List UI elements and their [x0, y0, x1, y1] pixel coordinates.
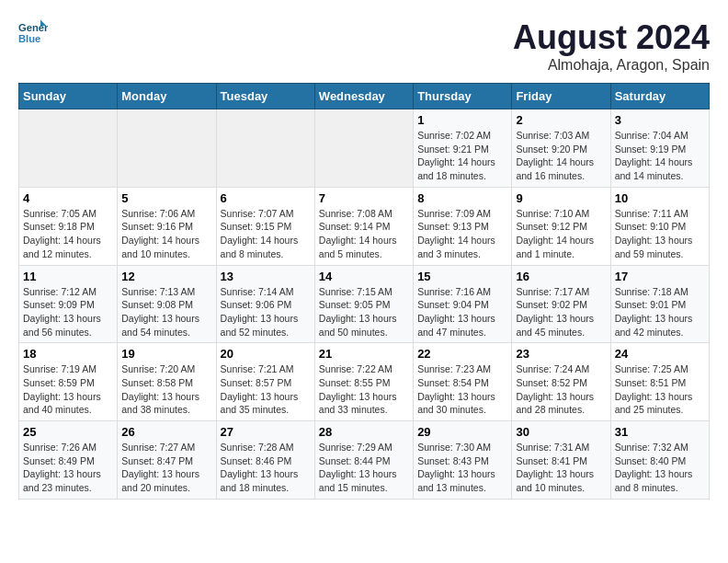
day-info: Sunrise: 7:10 AM Sunset: 9:12 PM Dayligh…: [516, 207, 606, 261]
logo: General Blue: [18, 18, 48, 48]
day-number: 7: [319, 191, 409, 205]
calendar-cell: 9Sunrise: 7:10 AM Sunset: 9:12 PM Daylig…: [512, 187, 610, 265]
day-info: Sunrise: 7:23 AM Sunset: 8:54 PM Dayligh…: [417, 362, 507, 417]
calendar-cell: [118, 109, 216, 188]
day-number: 12: [121, 270, 211, 283]
calendar-cell: 6Sunrise: 7:07 AM Sunset: 9:15 PM Daylig…: [216, 187, 314, 265]
calendar-cell: 16Sunrise: 7:17 AM Sunset: 9:02 PM Dayli…: [512, 265, 610, 343]
calendar-cell: 27Sunrise: 7:28 AM Sunset: 8:46 PM Dayli…: [216, 421, 314, 500]
calendar-week-row: 4Sunrise: 7:05 AM Sunset: 9:18 PM Daylig…: [19, 187, 710, 265]
calendar-week-row: 1Sunrise: 7:02 AM Sunset: 9:21 PM Daylig…: [19, 109, 710, 188]
day-info: Sunrise: 7:17 AM Sunset: 9:02 PM Dayligh…: [516, 285, 606, 339]
calendar-cell: 25Sunrise: 7:26 AM Sunset: 8:49 PM Dayli…: [19, 421, 118, 500]
day-number: 8: [417, 191, 507, 205]
calendar-cell: 30Sunrise: 7:31 AM Sunset: 8:41 PM Dayli…: [512, 421, 610, 500]
day-info: Sunrise: 7:12 AM Sunset: 9:09 PM Dayligh…: [23, 285, 113, 339]
day-number: 18: [23, 347, 113, 361]
day-info: Sunrise: 7:08 AM Sunset: 9:14 PM Dayligh…: [319, 207, 409, 261]
weekday-header-tuesday: Tuesday: [216, 84, 314, 109]
day-number: 14: [319, 270, 409, 283]
day-info: Sunrise: 7:26 AM Sunset: 8:49 PM Dayligh…: [23, 441, 113, 495]
day-number: 17: [615, 270, 705, 283]
calendar-cell: 24Sunrise: 7:25 AM Sunset: 8:51 PM Dayli…: [610, 343, 709, 421]
day-info: Sunrise: 7:24 AM Sunset: 8:52 PM Dayligh…: [516, 362, 606, 417]
calendar-cell: 8Sunrise: 7:09 AM Sunset: 9:13 PM Daylig…: [414, 187, 512, 265]
calendar-cell: 21Sunrise: 7:22 AM Sunset: 8:55 PM Dayli…: [314, 343, 413, 421]
weekday-header-sunday: Sunday: [19, 84, 118, 109]
calendar-cell: 13Sunrise: 7:14 AM Sunset: 9:06 PM Dayli…: [216, 265, 314, 343]
day-info: Sunrise: 7:30 AM Sunset: 8:43 PM Dayligh…: [417, 441, 507, 495]
day-info: Sunrise: 7:18 AM Sunset: 9:01 PM Dayligh…: [615, 285, 705, 339]
day-number: 21: [319, 347, 409, 361]
day-number: 28: [319, 425, 409, 439]
calendar-cell: 26Sunrise: 7:27 AM Sunset: 8:47 PM Dayli…: [118, 421, 216, 500]
day-info: Sunrise: 7:03 AM Sunset: 9:20 PM Dayligh…: [516, 129, 606, 183]
day-info: Sunrise: 7:28 AM Sunset: 8:46 PM Dayligh…: [221, 441, 311, 495]
day-number: 13: [221, 270, 311, 283]
day-info: Sunrise: 7:32 AM Sunset: 8:40 PM Dayligh…: [615, 441, 705, 495]
day-info: Sunrise: 7:31 AM Sunset: 8:41 PM Dayligh…: [516, 441, 606, 495]
day-number: 27: [221, 425, 311, 439]
day-number: 2: [516, 113, 606, 127]
day-info: Sunrise: 7:27 AM Sunset: 8:47 PM Dayligh…: [121, 441, 211, 495]
day-info: Sunrise: 7:29 AM Sunset: 8:44 PM Dayligh…: [319, 441, 409, 495]
day-number: 25: [23, 425, 113, 439]
day-info: Sunrise: 7:19 AM Sunset: 8:59 PM Dayligh…: [23, 362, 113, 417]
day-number: 10: [615, 191, 705, 205]
day-info: Sunrise: 7:16 AM Sunset: 9:04 PM Dayligh…: [417, 285, 507, 339]
day-info: Sunrise: 7:09 AM Sunset: 9:13 PM Dayligh…: [417, 207, 507, 261]
calendar-cell: 23Sunrise: 7:24 AM Sunset: 8:52 PM Dayli…: [512, 343, 610, 421]
calendar-cell: 22Sunrise: 7:23 AM Sunset: 8:54 PM Dayli…: [414, 343, 512, 421]
calendar-cell: 12Sunrise: 7:13 AM Sunset: 9:08 PM Dayli…: [118, 265, 216, 343]
page-subtitle: Almohaja, Aragon, Spain: [513, 57, 710, 74]
day-info: Sunrise: 7:21 AM Sunset: 8:57 PM Dayligh…: [221, 362, 311, 417]
day-number: 4: [23, 191, 113, 205]
page-header: General Blue August 2024 Almohaja, Arago…: [18, 18, 710, 74]
day-number: 11: [23, 270, 113, 283]
day-number: 3: [615, 113, 705, 127]
calendar-cell: 3Sunrise: 7:04 AM Sunset: 9:19 PM Daylig…: [610, 109, 709, 188]
page-title: August 2024: [513, 18, 710, 57]
calendar-cell: 28Sunrise: 7:29 AM Sunset: 8:44 PM Dayli…: [314, 421, 413, 500]
day-number: 22: [417, 347, 507, 361]
day-info: Sunrise: 7:06 AM Sunset: 9:16 PM Dayligh…: [121, 207, 211, 261]
day-info: Sunrise: 7:22 AM Sunset: 8:55 PM Dayligh…: [319, 362, 409, 417]
calendar-cell: 20Sunrise: 7:21 AM Sunset: 8:57 PM Dayli…: [216, 343, 314, 421]
calendar-cell: [19, 109, 118, 188]
calendar-cell: [216, 109, 314, 188]
calendar-cell: 10Sunrise: 7:11 AM Sunset: 9:10 PM Dayli…: [610, 187, 709, 265]
day-info: Sunrise: 7:13 AM Sunset: 9:08 PM Dayligh…: [121, 285, 211, 339]
day-number: 15: [417, 270, 507, 283]
calendar-cell: 5Sunrise: 7:06 AM Sunset: 9:16 PM Daylig…: [118, 187, 216, 265]
weekday-header-saturday: Saturday: [610, 84, 709, 109]
calendar-cell: 11Sunrise: 7:12 AM Sunset: 9:09 PM Dayli…: [19, 265, 118, 343]
day-info: Sunrise: 7:25 AM Sunset: 8:51 PM Dayligh…: [615, 362, 705, 417]
calendar-table: SundayMondayTuesdayWednesdayThursdayFrid…: [18, 83, 710, 500]
day-info: Sunrise: 7:05 AM Sunset: 9:18 PM Dayligh…: [23, 207, 113, 261]
title-block: August 2024 Almohaja, Aragon, Spain: [513, 18, 710, 74]
calendar-cell: 14Sunrise: 7:15 AM Sunset: 9:05 PM Dayli…: [314, 265, 413, 343]
calendar-cell: [314, 109, 413, 188]
calendar-week-row: 25Sunrise: 7:26 AM Sunset: 8:49 PM Dayli…: [19, 421, 710, 500]
day-info: Sunrise: 7:02 AM Sunset: 9:21 PM Dayligh…: [417, 129, 507, 183]
day-info: Sunrise: 7:11 AM Sunset: 9:10 PM Dayligh…: [615, 207, 705, 261]
calendar-cell: 7Sunrise: 7:08 AM Sunset: 9:14 PM Daylig…: [314, 187, 413, 265]
day-number: 23: [516, 347, 606, 361]
day-number: 30: [516, 425, 606, 439]
calendar-cell: 18Sunrise: 7:19 AM Sunset: 8:59 PM Dayli…: [19, 343, 118, 421]
day-number: 9: [516, 191, 606, 205]
weekday-header-thursday: Thursday: [414, 84, 512, 109]
svg-text:Blue: Blue: [18, 33, 40, 44]
weekday-header-friday: Friday: [512, 84, 610, 109]
day-number: 16: [516, 270, 606, 283]
weekday-header-row: SundayMondayTuesdayWednesdayThursdayFrid…: [19, 84, 710, 109]
day-number: 26: [121, 425, 211, 439]
calendar-cell: 4Sunrise: 7:05 AM Sunset: 9:18 PM Daylig…: [19, 187, 118, 265]
calendar-week-row: 11Sunrise: 7:12 AM Sunset: 9:09 PM Dayli…: [19, 265, 710, 343]
weekday-header-monday: Monday: [118, 84, 216, 109]
day-info: Sunrise: 7:15 AM Sunset: 9:05 PM Dayligh…: [319, 285, 409, 339]
weekday-header-wednesday: Wednesday: [314, 84, 413, 109]
calendar-week-row: 18Sunrise: 7:19 AM Sunset: 8:59 PM Dayli…: [19, 343, 710, 421]
day-number: 6: [221, 191, 311, 205]
calendar-cell: 19Sunrise: 7:20 AM Sunset: 8:58 PM Dayli…: [118, 343, 216, 421]
